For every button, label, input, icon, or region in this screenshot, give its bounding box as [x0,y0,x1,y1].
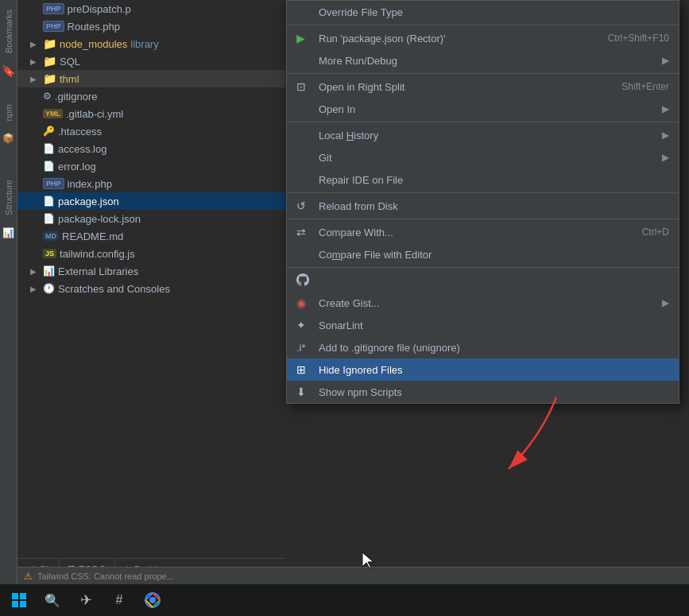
shortcut-label: Shift+Enter [621,81,669,92]
sidebar-icon-bookmark: 🔖 [1,63,17,79]
tree-item-package-json[interactable]: 📄 package.json [17,192,286,210]
tree-item-error-log[interactable]: 📄 error.log [17,157,286,175]
menu-item-git[interactable]: Git ▶ [287,146,679,169]
tree-item-access-log[interactable]: 📄 access.log [17,140,286,157]
sonar-icon: ◉ [296,296,312,309]
npm-show-icon: ⊞ [296,363,312,376]
menu-item-run-package[interactable]: ▶ Run 'package.json (Rector)' Ctrl+Shift… [287,27,679,49]
menu-item-repair-ide[interactable]: Repair IDE on File [287,169,679,191]
scratches-icon: 🕐 [43,283,55,294]
svg-rect-4 [20,601,26,607]
library-label: library [130,38,158,50]
file-name: .gitignore [55,91,97,103]
menu-item-create-gist[interactable] [287,269,679,292]
file-name: package-lock.json [58,213,141,225]
md-badge: MD [43,231,59,241]
svg-rect-1 [12,593,18,599]
menu-label: Create Gist... [319,297,662,309]
split-icon: ⊡ [296,80,312,93]
menu-item-local-history[interactable]: Local History ▶ [287,124,679,146]
menu-label: Reload from Disk [319,200,669,212]
menu-item-compare-editor[interactable]: Compare File with Editor [287,243,679,265]
menu-separator [287,219,679,219]
menu-label: Git [319,152,662,164]
yml-badge: YML [43,109,63,118]
menu-item-override-file-type[interactable]: Override File Type [287,1,679,23]
tree-item-README[interactable]: MD README.md [17,227,286,245]
taskbar-slack-btn[interactable]: # [103,584,135,616]
tree-item-tailwind[interactable]: JS tailwind.config.js [17,245,286,262]
sidebar-tab-bookmarks[interactable]: Bookmarks [2,0,16,63]
github-icon [296,273,312,289]
file-icon: 📄 [43,143,55,154]
php-badge: PHP [43,178,64,189]
taskbar-search-btn[interactable]: 🔍 [37,584,68,616]
menu-label: Compare With... [319,227,642,238]
menu-label: Compare File with Editor [319,249,669,261]
taskbar-telegram-btn[interactable]: ✈ [70,584,102,616]
menu-label: Open In [319,103,662,115]
arrow-icon: ▶ [662,297,669,308]
menu-separator [287,192,679,193]
menu-item-more-run-debug[interactable]: More Run/Debug ▶ [287,49,679,72]
menu-label: Local History [319,130,662,141]
folder-icon: 📁 [43,37,56,50]
menu-item-run-npm-install[interactable]: ⬇ Show npm Scripts [287,381,679,403]
file-name: .gitlab-ci.yml [66,108,123,120]
tree-item-package-lock[interactable]: 📄 package-lock.json [17,210,286,227]
menu-item-show-npm[interactable]: ⊞ Hide Ignored Files [287,358,679,381]
menu-separator [287,25,679,25]
menu-item-reload-disk[interactable]: ↺ Reload from Disk [287,195,679,217]
ext-libs-icon: 📊 [43,265,55,277]
tree-item-Routes[interactable]: PHP Routes.php [17,17,286,35]
taskbar: 🔍 ✈ # [0,584,689,616]
status-bar: ⚠ Tailwind CSS: Cannot read prope... [17,567,689,584]
svg-rect-3 [12,601,18,607]
menu-label: Override File Type [319,6,669,18]
taskbar-chrome-btn[interactable] [137,584,168,616]
php-badge: PHP [43,21,64,32]
tree-item-gitlab-ci[interactable]: YML .gitlab-ci.yml [17,105,286,122]
menu-item-add-gitignore[interactable]: ✦ SonarLint [287,314,679,336]
sidebar-icon-npm: 📦 [1,130,17,146]
menu-separator [287,267,679,268]
js-badge: JS [43,249,56,258]
file-name: access.log [58,143,106,155]
tree-item-ext-libs[interactable]: ▶ 📊 External Libraries [17,262,286,280]
svg-point-6 [149,597,156,603]
menu-item-sonarlint[interactable]: ◉ Create Gist... ▶ [287,292,679,314]
arrow-icon: ▶ [30,40,43,48]
taskbar-windows-btn[interactable] [3,584,35,616]
folder-name: Scratches and Consoles [58,283,170,295]
menu-label: More Run/Debug [319,55,662,67]
folder-name: External Libraries [58,265,138,277]
tree-item-thml[interactable]: ▶ 📁 thml [17,70,286,87]
file-name: .htaccess [58,126,102,138]
file-icon: 📄 [43,213,55,224]
tree-item-scratches[interactable]: ▶ 🕐 Scratches and Consoles [17,280,286,297]
menu-item-compare-with[interactable]: ⇄ Compare With... Ctrl+D [287,221,679,243]
file-icon: 📄 [43,161,55,172]
menu-label: SonarLint [319,320,669,331]
menu-separator [287,122,679,122]
tree-item-SQL[interactable]: ▶ 📁 SQL [17,52,286,70]
menu-item-hide-ignored[interactable]: .i* Add to .gitignore file (unignore) [287,336,679,358]
menu-label: Hide Ignored Files [319,364,669,376]
arrow-icon: ▶ [30,267,43,276]
tree-item-node-modules[interactable]: ▶ 📁 node_modules library [17,35,286,52]
sidebar-tab-npm[interactable]: npm [2,95,16,130]
tree-item-htaccess[interactable]: 🔑 .htaccess [17,122,286,140]
menu-item-open-right-split[interactable]: ⊡ Open in Right Split Shift+Enter [287,76,679,98]
tree-item-preDispatch[interactable]: PHP preDispatch.p [17,0,286,17]
tree-item-gitignore[interactable]: ⚙ .gitignore [17,87,286,105]
compare-icon: ⇄ [296,226,312,238]
sidebar-tab-structure[interactable]: Structure [2,170,16,225]
file-icon: ⚙ [43,91,52,102]
arrow-icon: ▶ [662,103,669,114]
svg-rect-2 [20,593,26,599]
menu-item-open-in[interactable]: Open In ▶ [287,98,679,120]
tree-item-index-php[interactable]: PHP index.php [17,175,286,192]
file-name: README.md [62,231,123,242]
gitignore-icon: ✦ [296,319,312,331]
menu-label: Repair IDE on File [319,174,669,186]
